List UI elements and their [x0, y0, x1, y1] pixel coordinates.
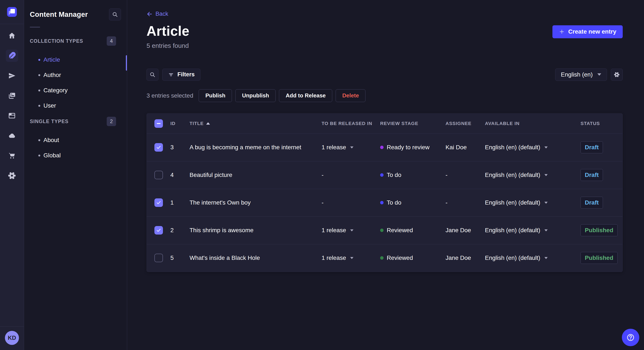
- sort-asc-icon: [206, 122, 210, 125]
- row-release-value: -: [322, 172, 324, 178]
- settings-icon[interactable]: [6, 170, 18, 182]
- subnav-title: Content Manager: [30, 10, 88, 18]
- media-library-icon[interactable]: [6, 90, 18, 102]
- row-available-in-cell[interactable]: English (en) (default): [485, 255, 580, 261]
- available-in-caret[interactable]: [544, 201, 548, 203]
- add-to-release-button[interactable]: Add to Release: [279, 89, 332, 102]
- active-item-indicator: [126, 55, 127, 71]
- row-title[interactable]: A bug is becoming a meme on the internet: [190, 144, 322, 151]
- create-new-entry-button[interactable]: Create new entry: [552, 25, 623, 38]
- column-header-status[interactable]: STATUS: [580, 121, 622, 126]
- available-in-caret[interactable]: [544, 229, 548, 231]
- table-body: 3 A bug is becoming a meme on the intern…: [147, 134, 622, 272]
- release-caret[interactable]: [350, 146, 354, 148]
- filters-button[interactable]: Filters: [162, 69, 200, 81]
- subnav-list: Article Author Category User: [24, 52, 127, 113]
- row-title[interactable]: The internet's Own boy: [190, 199, 322, 206]
- status-badge: Published: [580, 252, 618, 264]
- table-row[interactable]: 4 Beautiful picture - To do - English (e…: [147, 161, 622, 189]
- row-title[interactable]: Beautiful picture: [190, 172, 322, 178]
- row-assignee: Kai Doe: [446, 144, 485, 151]
- view-settings-button[interactable]: [611, 69, 623, 81]
- table-row[interactable]: 3 A bug is becoming a meme on the intern…: [147, 134, 622, 161]
- row-release-cell[interactable]: -: [322, 199, 380, 206]
- row-id: 2: [170, 227, 190, 234]
- row-checkbox[interactable]: [154, 226, 163, 234]
- column-header-id[interactable]: ID: [170, 121, 190, 126]
- available-in-caret[interactable]: [544, 146, 548, 148]
- status-badge: Draft: [580, 197, 603, 209]
- row-review-stage-cell: Ready to review: [380, 144, 446, 151]
- release-caret[interactable]: [350, 229, 354, 231]
- row-available-in: English (en) (default): [485, 255, 540, 261]
- row-review-stage: Ready to review: [387, 144, 430, 151]
- row-available-in-cell[interactable]: English (en) (default): [485, 172, 580, 178]
- column-header-review-stage[interactable]: REVIEW STAGE: [380, 121, 446, 126]
- row-release-cell[interactable]: -: [322, 172, 380, 178]
- row-available-in: English (en) (default): [485, 227, 540, 234]
- row-id: 4: [170, 172, 190, 178]
- entries-count: 5 entries found: [146, 42, 623, 49]
- marketplace-icon[interactable]: [6, 150, 18, 162]
- table-row[interactable]: 2 This shrimp is awesome 1 release Revie…: [147, 216, 622, 244]
- row-available-in: English (en) (default): [485, 199, 540, 206]
- subnav-item-author[interactable]: Author: [24, 67, 127, 83]
- strapi-logo-icon[interactable]: [7, 7, 17, 17]
- strapi-logo[interactable]: [0, 0, 24, 24]
- subnav-item-category[interactable]: Category: [24, 83, 127, 98]
- subnav-item-user[interactable]: User: [24, 98, 127, 113]
- row-available-in: English (en) (default): [485, 172, 540, 178]
- column-header-available-in[interactable]: AVAILABLE IN: [485, 121, 580, 126]
- available-in-caret[interactable]: [544, 257, 548, 259]
- row-review-stage-cell: Reviewed: [380, 255, 446, 261]
- row-checkbox[interactable]: [154, 171, 163, 179]
- row-release-cell[interactable]: 1 release: [322, 227, 380, 234]
- row-checkbox[interactable]: [154, 254, 163, 262]
- row-checkbox[interactable]: [154, 143, 163, 152]
- content-manager-icon[interactable]: [6, 49, 18, 62]
- check-icon: [156, 200, 162, 205]
- row-available-in-cell[interactable]: English (en) (default): [485, 227, 580, 234]
- table-row[interactable]: 1 The internet's Own boy - To do - Engli…: [147, 189, 622, 216]
- stage-dot: [380, 146, 384, 149]
- column-header-title[interactable]: TITLE: [190, 121, 322, 126]
- content-type-builder-icon[interactable]: [6, 110, 18, 122]
- row-review-stage-cell: To do: [380, 199, 446, 206]
- help-button[interactable]: [622, 329, 639, 346]
- unpublish-button[interactable]: Unpublish: [235, 89, 276, 102]
- section-count-badge: 4: [107, 36, 116, 46]
- back-link[interactable]: Back: [146, 11, 168, 17]
- subnav-item-global[interactable]: Global: [24, 148, 127, 163]
- column-header-to-be-released-in[interactable]: TO BE RELEASED IN: [322, 121, 380, 126]
- available-in-caret[interactable]: [544, 174, 548, 176]
- home-icon[interactable]: [6, 29, 18, 42]
- row-available-in-cell[interactable]: English (en) (default): [485, 144, 580, 151]
- row-release-cell[interactable]: 1 release: [322, 144, 380, 151]
- row-available-in-cell[interactable]: English (en) (default): [485, 199, 580, 206]
- row-title[interactable]: This shrimp is awesome: [190, 227, 322, 234]
- select-all-checkbox[interactable]: [154, 119, 163, 128]
- list-search-button[interactable]: [146, 69, 158, 81]
- subnav-search-button[interactable]: [109, 8, 121, 20]
- row-title[interactable]: What's inside a Black Hole: [190, 255, 322, 261]
- locale-select[interactable]: English (en): [555, 68, 607, 81]
- subnav-item-label: Category: [44, 87, 68, 94]
- content-manager-subnav: Content Manager COLLECTION TYPES 4 Artic…: [24, 0, 127, 350]
- avatar[interactable]: KD: [5, 331, 19, 345]
- release-caret[interactable]: [350, 257, 354, 259]
- subnav-item-about[interactable]: About: [24, 133, 127, 148]
- row-id: 5: [170, 255, 190, 261]
- column-header-assignee[interactable]: ASSIGNEE: [446, 121, 485, 126]
- releases-icon[interactable]: [6, 70, 18, 82]
- cloud-icon[interactable]: [6, 130, 18, 142]
- subnav-item-article[interactable]: Article: [24, 52, 127, 67]
- row-assignee: Jane Doe: [446, 255, 485, 261]
- table-row[interactable]: 5 What's inside a Black Hole 1 release R…: [147, 244, 622, 272]
- row-release-cell[interactable]: 1 release: [322, 255, 380, 261]
- delete-button[interactable]: Delete: [336, 89, 366, 102]
- row-checkbox[interactable]: [154, 198, 163, 207]
- main-nav-rail: KD: [0, 0, 24, 350]
- entries-table: ID TITLE TO BE RELEASED IN REVIEW STAGE …: [146, 113, 623, 272]
- publish-button[interactable]: Publish: [199, 89, 232, 102]
- subnav-item-label: User: [44, 102, 56, 109]
